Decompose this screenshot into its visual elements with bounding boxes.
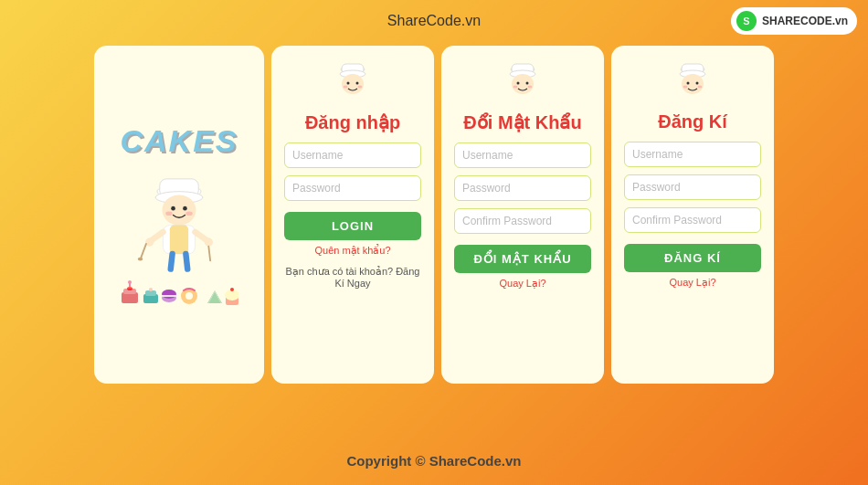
svg-line-17 <box>171 254 173 269</box>
svg-line-10 <box>152 232 164 240</box>
cakes-title: CAKES <box>120 123 238 159</box>
svg-point-4 <box>171 206 175 210</box>
chef-illustration <box>129 166 229 276</box>
svg-line-14 <box>141 243 146 257</box>
svg-line-11 <box>196 232 207 240</box>
login-button[interactable]: LOGIN <box>284 212 421 240</box>
login-password-input[interactable] <box>284 175 421 201</box>
cakes-decoration <box>120 279 238 307</box>
svg-point-5 <box>183 206 187 210</box>
svg-point-31 <box>185 292 193 300</box>
svg-point-56 <box>696 82 699 85</box>
change-pw-password-group <box>454 175 591 201</box>
svg-point-6 <box>165 211 172 216</box>
svg-rect-9 <box>170 225 188 253</box>
change-password-panel: Đổi Mật Khẩu ĐỔI MẬT KHẨU Quay Lại? <box>441 46 604 384</box>
register-title: Đăng Kí <box>658 111 727 132</box>
svg-point-7 <box>185 211 192 216</box>
register-panel: Đăng Kí ĐĂNG KÍ Quay Lại? <box>611 46 774 384</box>
register-confirm-input[interactable] <box>624 207 761 233</box>
register-username-input[interactable] <box>624 142 761 167</box>
top-watermark: ShareCode.vn <box>387 13 481 29</box>
svg-point-13 <box>205 237 213 246</box>
register-back-link[interactable]: Quay Lại? <box>669 277 715 289</box>
svg-point-22 <box>128 280 132 284</box>
svg-point-23 <box>127 287 132 290</box>
svg-point-54 <box>682 74 704 94</box>
change-pw-confirm-input[interactable] <box>454 208 591 234</box>
change-pw-chef-icon <box>497 57 548 108</box>
change-pw-confirm-group <box>454 208 591 234</box>
svg-point-46 <box>512 74 534 94</box>
svg-point-39 <box>347 82 350 85</box>
svg-point-57 <box>683 86 688 89</box>
svg-point-58 <box>698 86 703 89</box>
svg-point-42 <box>358 86 363 89</box>
register-password-group <box>624 174 761 200</box>
change-pw-password-input[interactable] <box>454 175 591 201</box>
svg-line-18 <box>185 254 187 269</box>
register-button[interactable]: ĐĂNG KÍ <box>624 244 761 272</box>
svg-point-41 <box>344 86 348 89</box>
change-pw-username-input[interactable] <box>454 142 591 168</box>
login-title: Đăng nhập <box>305 111 400 133</box>
login-password-group <box>284 175 421 201</box>
svg-point-55 <box>687 82 690 85</box>
register-confirm-group <box>624 207 761 233</box>
register-password-input[interactable] <box>624 174 761 200</box>
panels-container: CAKES <box>94 46 774 384</box>
footer-copyright: Copyright © ShareCode.vn <box>346 453 521 469</box>
svg-point-40 <box>356 82 359 85</box>
svg-point-38 <box>342 74 364 94</box>
svg-point-34 <box>230 288 234 291</box>
forgot-password-link[interactable]: Quên mật khẩu? <box>314 245 390 257</box>
change-pw-username-group <box>454 142 591 168</box>
login-chef-icon <box>327 57 378 108</box>
change-pw-button[interactable]: ĐỔI MẬT KHẨU <box>454 245 591 273</box>
svg-point-50 <box>528 86 533 89</box>
svg-point-48 <box>526 82 529 85</box>
logo-icon: S <box>736 11 757 31</box>
svg-point-28 <box>162 290 176 299</box>
logo-badge: S SHARECODE.vn <box>731 7 857 35</box>
change-pw-title: Đổi Mật Khẩu <box>463 111 581 133</box>
login-username-input[interactable] <box>284 142 421 168</box>
svg-rect-29 <box>162 295 176 297</box>
svg-point-49 <box>513 86 518 89</box>
logo-text: SHARECODE.vn <box>762 15 848 27</box>
register-chef-icon <box>667 57 718 108</box>
change-pw-back-link[interactable]: Quay Lại? <box>499 278 545 290</box>
svg-line-16 <box>208 246 210 260</box>
svg-point-15 <box>138 257 143 260</box>
register-username-group <box>624 142 761 167</box>
login-username-group <box>284 142 421 168</box>
svg-point-3 <box>163 195 196 225</box>
svg-point-47 <box>517 82 520 85</box>
login-panel: Đăng nhập LOGIN Quên mật khẩu? Bạn chưa … <box>271 46 434 384</box>
register-prompt: Bạn chưa có tài khoản? Đăng Kí Ngay <box>284 266 421 289</box>
svg-point-26 <box>149 288 153 291</box>
welcome-panel: CAKES <box>94 46 264 384</box>
